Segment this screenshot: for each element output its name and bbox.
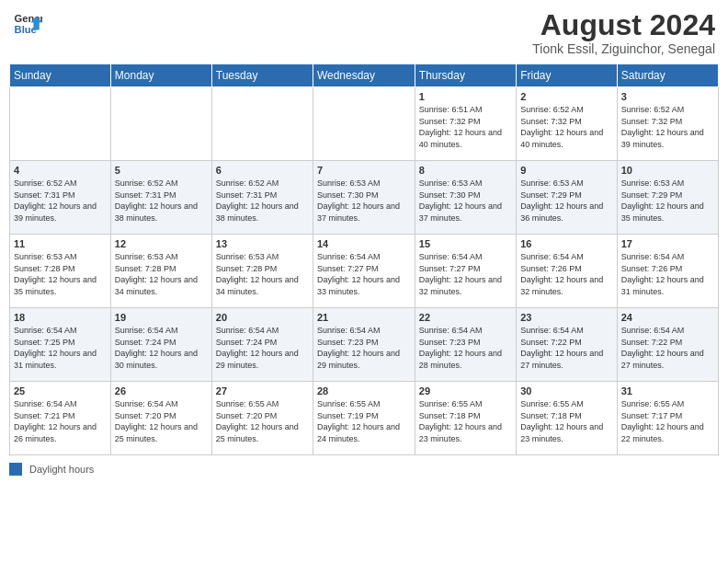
day-info: Sunrise: 6:51 AMSunset: 7:32 PMDaylight:… <box>419 104 512 150</box>
calendar-header-row: SundayMondayTuesdayWednesdayThursdayFrid… <box>10 64 719 87</box>
day-info: Sunrise: 6:53 AMSunset: 7:29 PMDaylight:… <box>520 178 613 224</box>
day-info: Sunrise: 6:52 AMSunset: 7:31 PMDaylight:… <box>216 178 309 224</box>
day-number: 7 <box>317 165 411 176</box>
calendar-day-cell: 13Sunrise: 6:53 AMSunset: 7:28 PMDayligh… <box>211 235 313 308</box>
calendar-day-cell: 10Sunrise: 6:53 AMSunset: 7:29 PMDayligh… <box>617 161 718 235</box>
calendar-day-cell: 2Sunrise: 6:52 AMSunset: 7:32 PMDaylight… <box>517 87 618 161</box>
day-info: Sunrise: 6:53 AMSunset: 7:30 PMDaylight:… <box>419 178 512 224</box>
calendar-day-cell: 26Sunrise: 6:54 AMSunset: 7:20 PMDayligh… <box>110 382 211 455</box>
calendar-day-cell: 20Sunrise: 6:54 AMSunset: 7:24 PMDayligh… <box>211 308 313 382</box>
calendar-day-cell: 7Sunrise: 6:53 AMSunset: 7:30 PMDaylight… <box>313 161 415 235</box>
day-info: Sunrise: 6:54 AMSunset: 7:26 PMDaylight:… <box>520 251 613 297</box>
day-number: 20 <box>216 312 309 323</box>
calendar-day-cell <box>211 87 313 161</box>
day-number: 29 <box>419 385 512 396</box>
calendar-day-cell: 3Sunrise: 6:52 AMSunset: 7:32 PMDaylight… <box>617 87 718 161</box>
day-number: 9 <box>520 165 613 176</box>
day-number: 22 <box>419 312 512 323</box>
day-info: Sunrise: 6:52 AMSunset: 7:32 PMDaylight:… <box>520 104 613 150</box>
calendar-day-cell: 14Sunrise: 6:54 AMSunset: 7:27 PMDayligh… <box>313 235 415 308</box>
calendar-day-cell: 24Sunrise: 6:54 AMSunset: 7:22 PMDayligh… <box>617 308 718 382</box>
day-info: Sunrise: 6:54 AMSunset: 7:23 PMDaylight:… <box>317 325 411 371</box>
day-info: Sunrise: 6:54 AMSunset: 7:24 PMDaylight:… <box>216 325 309 371</box>
day-number: 12 <box>115 238 208 249</box>
calendar-week-row: 25Sunrise: 6:54 AMSunset: 7:21 PMDayligh… <box>10 382 719 455</box>
day-info: Sunrise: 6:53 AMSunset: 7:28 PMDaylight:… <box>216 251 309 297</box>
day-info: Sunrise: 6:53 AMSunset: 7:30 PMDaylight:… <box>317 178 411 224</box>
calendar-day-cell: 4Sunrise: 6:52 AMSunset: 7:31 PMDaylight… <box>10 161 111 235</box>
day-number: 15 <box>419 238 512 249</box>
calendar-day-cell: 11Sunrise: 6:53 AMSunset: 7:28 PMDayligh… <box>10 235 111 308</box>
day-of-week-header: Friday <box>517 64 618 87</box>
day-number: 27 <box>216 385 309 396</box>
calendar-day-cell <box>313 87 415 161</box>
calendar-table: SundayMondayTuesdayWednesdayThursdayFrid… <box>9 63 719 455</box>
day-number: 18 <box>14 312 107 323</box>
day-number: 14 <box>317 238 411 249</box>
calendar-day-cell: 17Sunrise: 6:54 AMSunset: 7:26 PMDayligh… <box>617 235 718 308</box>
calendar-day-cell <box>110 87 211 161</box>
svg-text:Blue: Blue <box>15 24 37 35</box>
title-section: August 2024 Tionk Essil, Ziguinchor, Sen… <box>532 9 715 56</box>
day-info: Sunrise: 6:55 AMSunset: 7:19 PMDaylight:… <box>317 398 411 444</box>
day-info: Sunrise: 6:54 AMSunset: 7:20 PMDaylight:… <box>115 398 208 444</box>
day-number: 24 <box>621 312 714 323</box>
day-number: 23 <box>520 312 613 323</box>
day-number: 25 <box>14 385 107 396</box>
day-number: 19 <box>115 312 208 323</box>
calendar-week-row: 18Sunrise: 6:54 AMSunset: 7:25 PMDayligh… <box>10 308 719 382</box>
day-number: 3 <box>621 91 714 102</box>
calendar-week-row: 4Sunrise: 6:52 AMSunset: 7:31 PMDaylight… <box>10 161 719 235</box>
day-info: Sunrise: 6:54 AMSunset: 7:27 PMDaylight:… <box>317 251 411 297</box>
calendar-day-cell: 15Sunrise: 6:54 AMSunset: 7:27 PMDayligh… <box>415 235 516 308</box>
logo: General Blue <box>13 9 42 39</box>
day-of-week-header: Tuesday <box>211 64 313 87</box>
day-info: Sunrise: 6:54 AMSunset: 7:26 PMDaylight:… <box>621 251 714 297</box>
calendar-day-cell: 5Sunrise: 6:52 AMSunset: 7:31 PMDaylight… <box>110 161 211 235</box>
legend-label: Daylight hours <box>29 464 94 475</box>
day-number: 21 <box>317 312 411 323</box>
day-number: 16 <box>520 238 613 249</box>
day-info: Sunrise: 6:52 AMSunset: 7:31 PMDaylight:… <box>115 178 208 224</box>
day-number: 28 <box>317 385 411 396</box>
day-info: Sunrise: 6:54 AMSunset: 7:24 PMDaylight:… <box>115 325 208 371</box>
calendar-day-cell: 28Sunrise: 6:55 AMSunset: 7:19 PMDayligh… <box>313 382 415 455</box>
month-year-title: August 2024 <box>532 9 715 41</box>
calendar-day-cell: 16Sunrise: 6:54 AMSunset: 7:26 PMDayligh… <box>517 235 618 308</box>
day-info: Sunrise: 6:53 AMSunset: 7:28 PMDaylight:… <box>14 251 107 297</box>
calendar-day-cell: 31Sunrise: 6:55 AMSunset: 7:17 PMDayligh… <box>617 382 718 455</box>
day-info: Sunrise: 6:52 AMSunset: 7:32 PMDaylight:… <box>621 104 714 150</box>
day-of-week-header: Monday <box>110 64 211 87</box>
day-info: Sunrise: 6:55 AMSunset: 7:18 PMDaylight:… <box>419 398 512 444</box>
legend-box <box>9 463 22 476</box>
day-info: Sunrise: 6:55 AMSunset: 7:17 PMDaylight:… <box>621 398 714 444</box>
day-info: Sunrise: 6:54 AMSunset: 7:27 PMDaylight:… <box>419 251 512 297</box>
calendar-day-cell: 8Sunrise: 6:53 AMSunset: 7:30 PMDaylight… <box>415 161 516 235</box>
day-number: 30 <box>520 385 613 396</box>
calendar-day-cell: 21Sunrise: 6:54 AMSunset: 7:23 PMDayligh… <box>313 308 415 382</box>
day-number: 10 <box>621 165 714 176</box>
day-number: 2 <box>520 91 613 102</box>
day-info: Sunrise: 6:54 AMSunset: 7:21 PMDaylight:… <box>14 398 107 444</box>
day-info: Sunrise: 6:52 AMSunset: 7:31 PMDaylight:… <box>14 178 107 224</box>
day-number: 31 <box>621 385 714 396</box>
day-number: 4 <box>14 165 107 176</box>
day-info: Sunrise: 6:55 AMSunset: 7:18 PMDaylight:… <box>520 398 613 444</box>
day-number: 8 <box>419 165 512 176</box>
day-info: Sunrise: 6:54 AMSunset: 7:22 PMDaylight:… <box>520 325 613 371</box>
calendar-day-cell: 27Sunrise: 6:55 AMSunset: 7:20 PMDayligh… <box>211 382 313 455</box>
calendar-day-cell: 9Sunrise: 6:53 AMSunset: 7:29 PMDaylight… <box>517 161 618 235</box>
day-number: 1 <box>419 91 512 102</box>
logo-icon: General Blue <box>13 9 42 39</box>
calendar-day-cell: 6Sunrise: 6:52 AMSunset: 7:31 PMDaylight… <box>211 161 313 235</box>
day-info: Sunrise: 6:54 AMSunset: 7:25 PMDaylight:… <box>14 325 107 371</box>
day-number: 17 <box>621 238 714 249</box>
day-info: Sunrise: 6:54 AMSunset: 7:22 PMDaylight:… <box>621 325 714 371</box>
day-number: 26 <box>115 385 208 396</box>
calendar-day-cell: 30Sunrise: 6:55 AMSunset: 7:18 PMDayligh… <box>517 382 618 455</box>
calendar-week-row: 1Sunrise: 6:51 AMSunset: 7:32 PMDaylight… <box>10 87 719 161</box>
day-info: Sunrise: 6:53 AMSunset: 7:29 PMDaylight:… <box>621 178 714 224</box>
calendar-day-cell: 29Sunrise: 6:55 AMSunset: 7:18 PMDayligh… <box>415 382 516 455</box>
day-number: 5 <box>115 165 208 176</box>
calendar-day-cell: 12Sunrise: 6:53 AMSunset: 7:28 PMDayligh… <box>110 235 211 308</box>
